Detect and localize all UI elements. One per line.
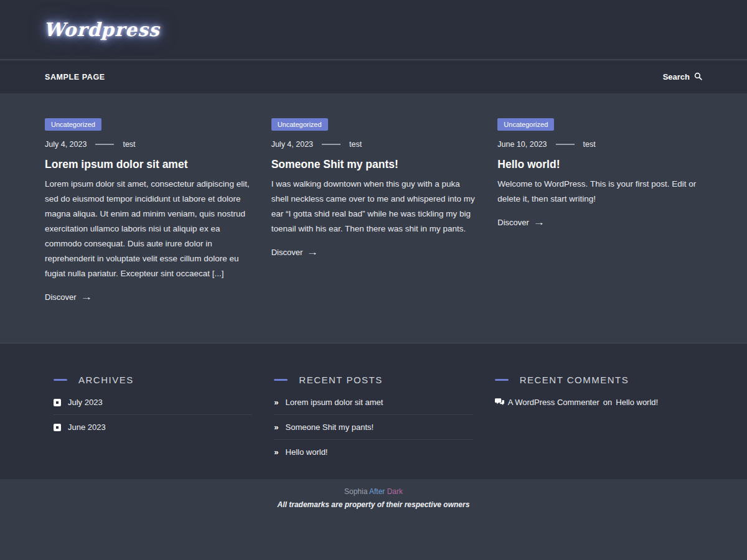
discover-link[interactable]: Discover → bbox=[497, 217, 543, 227]
search-label: Search bbox=[663, 72, 690, 82]
meta-divider bbox=[95, 144, 114, 145]
post-title[interactable]: Hello world! bbox=[497, 158, 702, 171]
discover-label: Discover bbox=[271, 248, 303, 257]
heading-dash bbox=[495, 379, 509, 381]
trademark-tagline: All trademarks are property of their res… bbox=[0, 500, 747, 509]
post-excerpt: I was walking downtown when this guy wit… bbox=[271, 177, 476, 236]
theme-credit: Sophia After Dark bbox=[0, 487, 747, 496]
recent-comments-title: RECENT COMMENTS bbox=[520, 375, 629, 385]
posts-grid: Uncategorized July 4, 2023 test Lorem ip… bbox=[0, 93, 747, 343]
recent-post-item[interactable]: » Someone Shit my pants! bbox=[274, 415, 472, 440]
post-card: Uncategorized June 10, 2023 test Hello w… bbox=[497, 118, 702, 343]
search-button[interactable]: Search bbox=[663, 72, 702, 82]
recent-posts-widget: RECENT POSTS » Lorem ipsum dolor sit ame… bbox=[274, 375, 472, 479]
archives-widget: ARCHIVES July 2023 June 2023 bbox=[54, 375, 252, 479]
chevron-right-icon: » bbox=[274, 447, 278, 457]
right-arrow-icon: → bbox=[80, 292, 92, 302]
discover-label: Discover bbox=[45, 292, 77, 302]
post-author: test bbox=[583, 140, 596, 149]
chevron-right-icon: » bbox=[274, 398, 278, 407]
post-author: test bbox=[349, 140, 362, 149]
chevron-right-icon: » bbox=[274, 422, 278, 432]
archive-item[interactable]: June 2023 bbox=[54, 415, 252, 439]
archive-item-label: June 2023 bbox=[68, 422, 106, 432]
heading-dash bbox=[274, 379, 288, 381]
main-nav: SAMPLE PAGE Search bbox=[0, 60, 747, 93]
search-icon bbox=[694, 72, 702, 82]
comment-separator: on bbox=[603, 398, 612, 407]
discover-label: Discover bbox=[497, 218, 529, 227]
recent-post-item[interactable]: » Lorem ipsum dolor sit amet bbox=[274, 390, 472, 415]
right-arrow-icon: → bbox=[533, 217, 545, 227]
archive-item[interactable]: July 2023 bbox=[54, 390, 252, 415]
post-title[interactable]: Someone Shit my pants! bbox=[271, 158, 476, 171]
calendar-icon bbox=[54, 399, 61, 406]
recent-post-label: Someone Shit my pants! bbox=[286, 422, 374, 432]
post-date: July 4, 2023 bbox=[45, 140, 87, 149]
bottom-bar: Sophia After Dark All trademarks are pro… bbox=[0, 479, 747, 560]
post-author: test bbox=[123, 140, 135, 149]
recent-comments-widget: RECENT COMMENTS A WordPress Commenter on… bbox=[495, 375, 693, 479]
site-logo[interactable]: Wordpress bbox=[44, 19, 160, 40]
comment-post-link[interactable]: Hello world! bbox=[616, 398, 658, 407]
comments-icon bbox=[495, 398, 504, 406]
recent-comments-heading: RECENT COMMENTS bbox=[495, 375, 693, 385]
nav-item-sample-page[interactable]: SAMPLE PAGE bbox=[45, 73, 105, 82]
theme-name-dark[interactable]: Dark bbox=[387, 487, 403, 496]
calendar-icon bbox=[54, 424, 61, 431]
archive-item-label: July 2023 bbox=[68, 398, 103, 407]
recent-post-label: Hello world! bbox=[286, 447, 328, 457]
post-title[interactable]: Lorem ipsum dolor sit amet bbox=[45, 158, 250, 171]
category-badge[interactable]: Uncategorized bbox=[45, 118, 101, 131]
footer-widgets: ARCHIVES July 2023 June 2023 RECENT POST… bbox=[0, 343, 747, 479]
discover-link[interactable]: Discover → bbox=[45, 292, 91, 302]
recent-comment-item: A WordPress Commenter on Hello world! bbox=[495, 390, 693, 414]
discover-link[interactable]: Discover → bbox=[271, 247, 317, 257]
meta-divider bbox=[322, 144, 341, 145]
meta-divider bbox=[556, 144, 575, 145]
heading-dash bbox=[54, 379, 67, 381]
post-meta: July 4, 2023 test bbox=[271, 140, 476, 149]
post-card: Uncategorized July 4, 2023 test Lorem ip… bbox=[45, 118, 250, 343]
recent-posts-title: RECENT POSTS bbox=[299, 375, 382, 385]
archives-heading: ARCHIVES bbox=[54, 375, 252, 385]
post-meta: July 4, 2023 test bbox=[45, 140, 250, 149]
theme-name-after[interactable]: After bbox=[369, 487, 385, 496]
post-date: June 10, 2023 bbox=[497, 140, 547, 149]
archives-title: ARCHIVES bbox=[78, 375, 134, 385]
theme-author: Sophia bbox=[344, 487, 367, 496]
post-excerpt: Lorem ipsum dolor sit amet, consectetur … bbox=[45, 177, 250, 281]
right-arrow-icon: → bbox=[307, 247, 319, 257]
post-date: July 4, 2023 bbox=[271, 140, 313, 149]
site-header: Wordpress bbox=[0, 0, 747, 60]
comment-author-link[interactable]: A WordPress Commenter bbox=[508, 398, 599, 407]
post-card: Uncategorized July 4, 2023 test Someone … bbox=[271, 118, 476, 343]
recent-posts-heading: RECENT POSTS bbox=[274, 375, 472, 385]
recent-post-item[interactable]: » Hello world! bbox=[274, 440, 472, 464]
post-meta: June 10, 2023 test bbox=[497, 140, 702, 149]
category-badge[interactable]: Uncategorized bbox=[271, 118, 328, 131]
recent-post-label: Lorem ipsum dolor sit amet bbox=[286, 398, 383, 407]
post-excerpt: Welcome to WordPress. This is your first… bbox=[497, 177, 702, 207]
category-badge[interactable]: Uncategorized bbox=[497, 118, 554, 131]
